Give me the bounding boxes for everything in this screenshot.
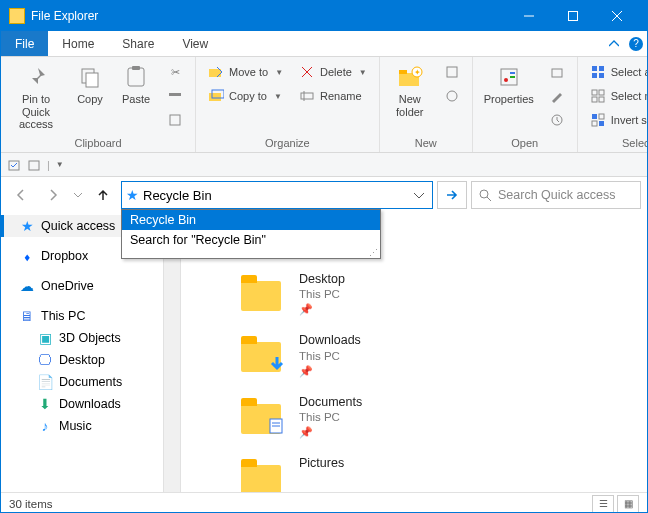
item-count: 30 items	[9, 498, 52, 510]
svg-rect-35	[592, 97, 597, 102]
folder-icon	[241, 455, 285, 492]
suggestion-item[interactable]: Search for "Recycle Bin"	[122, 230, 380, 250]
tree-documents[interactable]: 📄Documents	[1, 371, 180, 393]
properties-icon	[494, 63, 524, 91]
tree-3d-objects[interactable]: ▣3D Objects	[1, 327, 180, 349]
svg-rect-15	[301, 93, 313, 99]
maximize-button[interactable]	[551, 1, 595, 31]
invert-selection-icon	[590, 112, 606, 128]
qat-dropdown[interactable]: ▼	[56, 160, 64, 169]
tree-onedrive[interactable]: ☁OneDrive	[1, 275, 180, 297]
search-icon	[478, 188, 492, 202]
details-view-button[interactable]: ☰	[592, 495, 614, 513]
go-button[interactable]	[437, 181, 467, 209]
delete-button[interactable]: Delete▼	[293, 61, 373, 83]
collapse-ribbon-button[interactable]	[603, 31, 625, 56]
list-item[interactable]: DocumentsThis PC📌	[241, 394, 647, 439]
tree-this-pc[interactable]: 🖥This PC	[1, 305, 180, 327]
downloads-icon: ⬇	[37, 396, 53, 412]
documents-icon: 📄	[37, 374, 53, 390]
move-to-button[interactable]: Move to▼	[202, 61, 289, 83]
recent-locations-button[interactable]	[71, 181, 85, 209]
pin-icon: 📌	[299, 425, 362, 439]
rename-button[interactable]: Rename	[293, 85, 373, 107]
search-placeholder: Search Quick access	[498, 188, 615, 202]
address-input[interactable]	[143, 188, 406, 203]
list-item[interactable]: DownloadsThis PC📌	[241, 332, 647, 377]
svg-rect-7	[132, 66, 140, 70]
svg-text:✦: ✦	[413, 68, 420, 77]
folder-icon	[241, 332, 285, 372]
copy-button[interactable]: Copy	[69, 61, 111, 108]
suggestion-item[interactable]: Recycle Bin	[122, 210, 380, 230]
ribbon-group-select: Select all Select none Invert selection …	[578, 57, 648, 152]
tree-desktop[interactable]: 🖵Desktop	[1, 349, 180, 371]
scissors-icon: ✂	[167, 64, 183, 80]
pin-icon: 📌	[299, 364, 361, 378]
file-tab[interactable]: File	[1, 31, 48, 56]
paste-button[interactable]: Paste	[115, 61, 157, 108]
rename-icon	[299, 88, 315, 104]
copy-to-button[interactable]: Copy to▼	[202, 85, 289, 107]
svg-rect-32	[599, 73, 604, 78]
pin-icon	[21, 63, 51, 91]
new-item-button[interactable]	[438, 61, 466, 83]
navigation-bar: ★ Recycle Bin Search for "Recycle Bin" ⋰…	[1, 177, 647, 213]
location-icon: ★	[126, 187, 139, 203]
svg-rect-5	[86, 73, 98, 87]
tab-view[interactable]: View	[168, 31, 222, 56]
address-bar[interactable]: ★ Recycle Bin Search for "Recycle Bin" ⋰	[121, 181, 433, 209]
svg-rect-42	[29, 161, 39, 170]
resize-grip[interactable]: ⋰	[122, 250, 380, 258]
back-button[interactable]	[7, 181, 35, 209]
star-icon: ★	[19, 218, 35, 234]
list-item[interactable]: Pictures	[241, 455, 647, 492]
svg-rect-37	[592, 114, 597, 119]
tab-share[interactable]: Share	[108, 31, 168, 56]
svg-rect-38	[599, 114, 604, 119]
tab-home[interactable]: Home	[48, 31, 108, 56]
copy-path-button[interactable]	[161, 85, 189, 107]
desktop-icon: 🖵	[37, 352, 53, 368]
window-titlebar: File Explorer	[1, 1, 647, 31]
search-box[interactable]: Search Quick access	[471, 181, 641, 209]
tree-music[interactable]: ♪Music	[1, 415, 180, 437]
invert-selection-button[interactable]: Invert selection	[584, 109, 648, 131]
qat-item[interactable]	[27, 158, 41, 172]
new-folder-button[interactable]: ✦ New folder	[386, 61, 434, 120]
svg-rect-1	[569, 12, 578, 21]
edit-button[interactable]	[543, 85, 571, 107]
list-item[interactable]: DesktopThis PC📌	[241, 271, 647, 316]
forward-button[interactable]	[39, 181, 67, 209]
properties-button[interactable]: Properties	[479, 61, 539, 108]
svg-rect-27	[552, 69, 562, 77]
history-button[interactable]	[543, 109, 571, 131]
up-button[interactable]	[89, 181, 117, 209]
easy-access-button[interactable]	[438, 85, 466, 107]
window-title: File Explorer	[31, 9, 507, 23]
paste-shortcut-icon	[167, 112, 183, 128]
help-button[interactable]: ?	[625, 31, 647, 56]
open-icon	[549, 64, 565, 80]
address-dropdown-button[interactable]	[410, 191, 428, 199]
document-badge-icon	[267, 416, 287, 436]
close-button[interactable]	[595, 1, 639, 31]
pc-icon: 🖥	[19, 308, 35, 324]
svg-rect-30	[599, 66, 604, 71]
cut-button[interactable]: ✂	[161, 61, 189, 83]
paste-shortcut-button[interactable]	[161, 109, 189, 131]
tree-downloads[interactable]: ⬇Downloads	[1, 393, 180, 415]
select-none-button[interactable]: Select none	[584, 85, 648, 107]
icons-view-button[interactable]: ▦	[617, 495, 639, 513]
address-suggestions: Recycle Bin Search for "Recycle Bin" ⋰	[121, 209, 381, 259]
minimize-button[interactable]	[507, 1, 551, 31]
status-bar: 30 items ☰ ▦	[1, 492, 647, 513]
open-button[interactable]	[543, 61, 571, 83]
select-all-button[interactable]: Select all	[584, 61, 648, 83]
qat-item[interactable]	[7, 158, 21, 172]
history-icon	[549, 112, 565, 128]
svg-rect-6	[128, 68, 144, 86]
ribbon: Pin to Quick access Copy Paste ✂ Clipboa…	[1, 57, 647, 153]
pin-to-quick-access-button[interactable]: Pin to Quick access	[7, 61, 65, 133]
svg-point-24	[504, 78, 508, 82]
